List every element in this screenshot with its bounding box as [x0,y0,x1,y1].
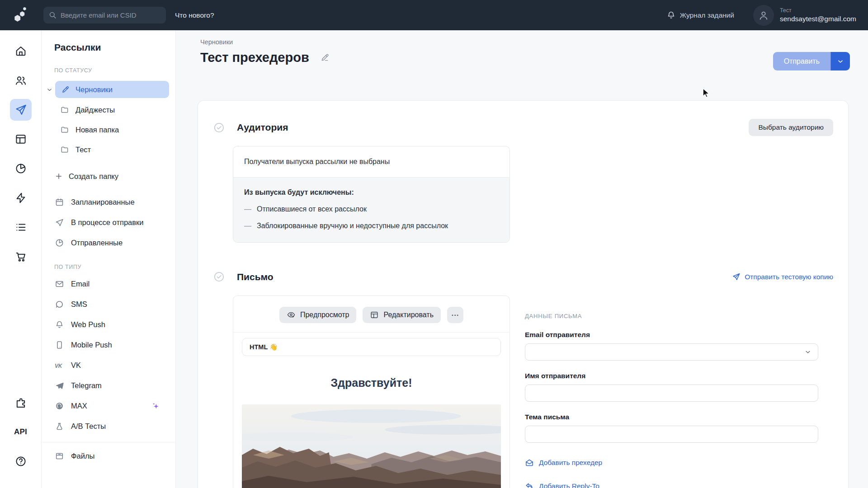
cart-icon [14,250,27,263]
send-button[interactable]: Отправить [773,52,830,70]
home-icon [14,45,27,57]
edit-title-button[interactable] [320,53,330,62]
subject-input[interactable] [525,426,818,443]
type-item-label: Telegram [71,381,102,390]
telegram-icon [55,381,64,390]
rail-item-statistics[interactable] [10,158,32,179]
audience-excluded-block: Из выпуска будут исключены: — Отписавшие… [233,177,509,242]
rail-item-automation[interactable] [10,187,32,209]
preview-button[interactable]: Предпросмотр [279,307,357,323]
sidebar-item-files[interactable]: Файлы [42,446,175,466]
add-preheader-link[interactable]: Добавить прехедер [525,458,818,467]
global-search [43,7,166,23]
topbar: Что нового? Журнал заданий Тест sendsayt… [0,0,868,30]
excluded-item: — Заблокированные вручную и недоступные … [244,222,499,230]
eye-icon [287,310,296,319]
files-label: Файлы [71,452,94,460]
add-reply-to-link[interactable]: Добавить Reply-To [525,482,818,488]
users-icon [14,74,27,87]
folder-icon [60,105,69,114]
type-item-label: Email [71,280,90,288]
type-items: Email SMS Web Push Mobile Push VK VK Tel… [42,274,175,436]
create-folder-button[interactable]: Создать папку [55,169,175,183]
sidebar-item-ab-tests[interactable]: A/B Тесты [42,416,175,436]
folder-item-digests[interactable]: Дайджесты [42,100,175,120]
sidebar-item-drafts-row: Черновики [45,81,169,98]
collapse-drafts-button[interactable] [45,86,53,93]
sidebar-item-max[interactable]: MAX [42,396,175,416]
send-test-copy-label: Отправить тестовую копию [745,273,833,281]
subject-preview: HTML 👋 [242,338,501,356]
sender-email-field-wrap [525,343,818,361]
rail-item-shop[interactable] [10,246,32,267]
sender-name-input[interactable] [525,385,818,402]
preview-toolbar: Предпросмотр Редактировать ··· [233,296,509,333]
send-icon [14,103,27,116]
task-journal-link[interactable]: Журнал заданий [666,10,734,20]
rail-item-integrations[interactable] [10,392,32,413]
rail-item-api[interactable]: API [10,421,32,443]
search-input[interactable] [43,7,166,23]
avatar[interactable] [753,5,774,26]
send-options-button[interactable] [830,52,850,70]
sidebar-item-sending[interactable]: В процессе отправки [42,212,175,233]
status-item-label: В процессе отправки [71,218,143,227]
sidebar-item-web-push[interactable]: Web Push [42,314,175,335]
folder-item-new-folder[interactable]: Новая папка [42,120,175,140]
email-image [242,404,501,488]
send-icon [732,272,741,281]
rail-item-campaigns[interactable] [10,99,32,121]
user-block[interactable]: Тест sendsaytest@gmail.com [780,7,856,23]
sidebar-item-email[interactable]: Email [42,274,175,294]
send-test-copy-link[interactable]: Отправить тестовую копию [732,272,833,281]
type-item-label: Web Push [71,320,105,329]
search-icon [48,11,57,19]
preview-button-label: Предпросмотр [300,311,349,319]
sidebar-item-telegram[interactable]: Telegram [42,375,175,396]
sidebar-item-sent[interactable]: Отправленные [42,233,175,253]
folder-item-test[interactable]: Тест [42,140,175,160]
letter-section-head: Письмо Отправить тестовую копию [213,271,833,283]
type-item-label: A/B Тесты [71,422,106,431]
mouse-cursor [702,88,711,98]
excluded-heading: Из выпуска будут исключены: [244,188,499,197]
edit-button[interactable]: Редактировать [363,307,441,323]
more-options-button[interactable]: ··· [447,307,463,323]
sidebar-item-sms[interactable]: SMS [42,294,175,314]
excluded-item-text: Отписавшиеся от всех рассылок [257,205,367,213]
phone-icon [55,340,64,350]
create-folder-label: Создать папку [69,172,118,181]
excluded-item-text: Заблокированные вручную и недоступные дл… [257,222,448,230]
sidebar-item-mobile-push[interactable]: Mobile Push [42,335,175,355]
type-section-label: ПО ТИПУ [54,264,175,270]
page-title-row: Тест прехедеров [200,50,330,65]
folder-label: Дайджесты [75,106,115,114]
rail-item-lists[interactable] [10,216,32,238]
check-circle-icon [213,122,225,134]
app-logo-icon[interactable] [12,6,29,25]
calendar-icon [55,197,64,207]
audience-section-head: Аудитория Выбрать аудиторию [213,119,833,136]
whats-new-link[interactable]: Что нового? [175,11,214,19]
flask-icon [55,422,64,431]
sidebar-item-drafts[interactable]: Черновики [55,81,169,98]
sidebar-item-vk[interactable]: VK VK [42,355,175,375]
dash: — [244,205,251,213]
add-reply-to-label: Добавить Reply-To [539,482,599,488]
check-circle-icon [213,271,225,283]
breadcrumb[interactable]: Черновики [200,38,233,46]
sender-email-select[interactable] [525,343,818,361]
audience-summary-box: Получатели выпуска рассылки не выбраны И… [233,146,510,243]
archive-box-icon [55,451,64,461]
sidebar-item-scheduled[interactable]: Запланированные [42,192,175,212]
canyon-photo [242,404,501,488]
choose-audience-button[interactable]: Выбрать аудиторию [749,119,833,136]
folder-label: Новая папка [75,126,119,134]
pie-chart-icon [14,162,27,175]
send-split-button: Отправить [773,52,850,70]
rail-item-home[interactable] [10,40,32,62]
audience-section-title: Аудитория [237,122,288,133]
rail-item-help[interactable] [10,450,32,472]
rail-item-contacts[interactable] [10,70,32,91]
rail-item-layouts[interactable] [10,128,32,150]
